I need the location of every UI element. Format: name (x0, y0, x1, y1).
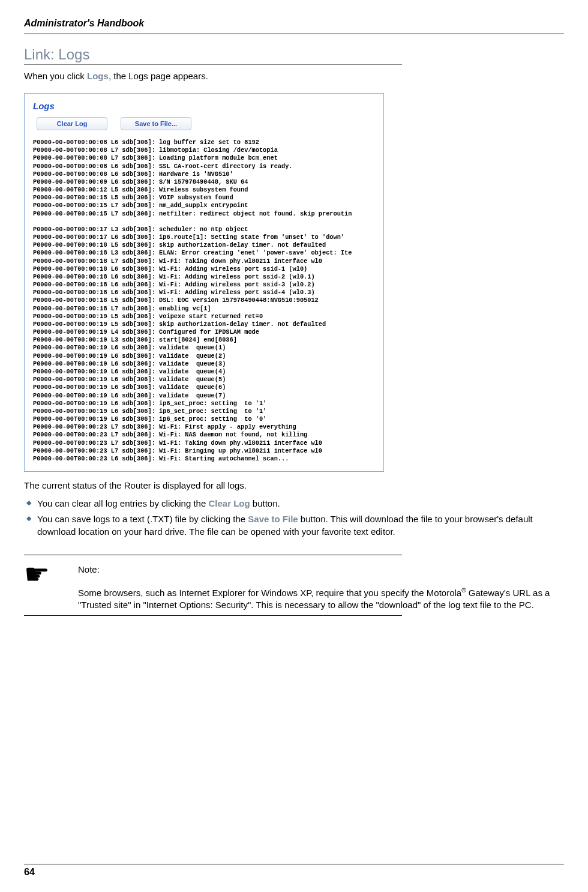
note-prefix: Some browsers, such as Internet Explorer… (78, 588, 461, 598)
b1-link: Clear Log (208, 498, 250, 508)
bullet-clear-log: You can clear all log entries by clickin… (24, 498, 564, 510)
note-block: ☛ Note: Some browsers, such as Internet … (24, 564, 564, 612)
book-title: Administrator's Handbook (24, 18, 564, 29)
note-rule-top (24, 555, 402, 555)
header-rule (24, 34, 564, 34)
b1-suffix: button. (250, 498, 280, 508)
clear-log-button[interactable]: Clear Log (37, 117, 107, 130)
intro-prefix: When you click (24, 71, 87, 81)
note-body: Note: Some browsers, such as Internet Ex… (78, 564, 564, 612)
note-text: Some browsers, such as Internet Explorer… (78, 586, 564, 612)
b1-prefix: You can clear all log entries by clickin… (37, 498, 208, 508)
logs-title: Logs (33, 101, 375, 111)
note-rule-bottom (24, 615, 402, 616)
bullet-list: You can clear all log entries by clickin… (24, 498, 564, 538)
section-heading: Link: Logs (24, 46, 402, 65)
note-label: Note: (78, 564, 564, 576)
status-text: The current status of the Router is disp… (24, 480, 564, 490)
pointing-hand-icon: ☛ (24, 560, 66, 589)
button-row: Clear Log Save to File... (37, 117, 375, 130)
log-output: P0000-00-00T00:00:08 L6 sdb[306]: log bu… (33, 139, 375, 463)
intro-link: Logs (87, 71, 109, 81)
b2-prefix: You can save logs to a text (.TXT) file … (37, 514, 248, 524)
save-to-file-button[interactable]: Save to File... (121, 117, 191, 130)
b2-link: Save to File (248, 514, 298, 524)
bullet-save-file: You can save logs to a text (.TXT) file … (24, 513, 564, 538)
logs-screenshot: Logs Clear Log Save to File... P0000-00-… (24, 93, 384, 472)
registered-mark: ® (461, 587, 466, 594)
intro-paragraph: When you click Logs, the Logs page appea… (24, 71, 564, 81)
intro-suffix: , the Logs page appears. (109, 71, 208, 81)
